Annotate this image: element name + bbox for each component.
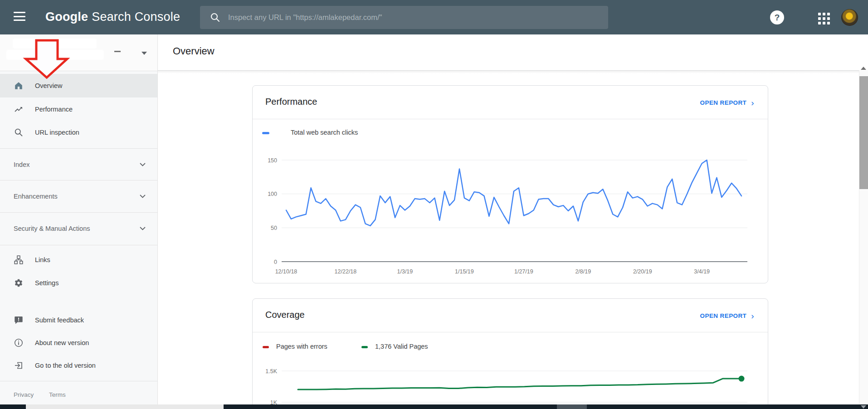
avatar[interactable]	[841, 9, 858, 26]
horizontal-scrollbar-track[interactable]	[0, 404, 868, 409]
info-icon	[14, 338, 23, 347]
sidebar-item-label: Go to the old version	[35, 356, 96, 375]
coverage-card: Coverage OPEN REPORT› Pages with errors …	[252, 298, 768, 409]
sidebar-item-about-new-version[interactable]: About new version	[0, 334, 157, 352]
sidebar-item-submit-feedback[interactable]: Submit feedback	[0, 311, 157, 329]
chevron-down-icon	[140, 195, 146, 198]
sidebar-item-url-inspection[interactable]: URL inspection	[0, 121, 157, 144]
feedback-icon	[14, 316, 23, 325]
header-shadow	[158, 71, 859, 73]
svg-text:1/27/19: 1/27/19	[514, 268, 533, 275]
legal-links: Privacy Terms	[14, 391, 66, 398]
coverage-open-report-link[interactable]: OPEN REPORT›	[700, 311, 754, 321]
red-annotation-arrow-icon	[23, 39, 70, 80]
scroll-up-arrow-icon[interactable]	[861, 67, 866, 70]
search-icon	[14, 128, 23, 137]
svg-text:50: 50	[271, 225, 277, 231]
chevron-right-icon: ›	[751, 98, 754, 107]
performance-legend-label: Total web search clicks	[291, 129, 358, 136]
sidebar-item-go-to-old-version[interactable]: Go to the old version	[0, 356, 157, 375]
horizontal-scrollbar-thumb[interactable]	[26, 404, 224, 409]
url-inspect-searchbox[interactable]	[200, 6, 608, 29]
coverage-errors-legend-label: Pages with errors	[276, 343, 327, 350]
svg-text:1.5K: 1.5K	[266, 368, 278, 375]
sitemap-icon	[14, 255, 23, 264]
sidebar-section-label: Security & Manual Actions	[14, 213, 90, 244]
apps-grid-icon[interactable]	[817, 11, 831, 26]
sidebar-section-index[interactable]: Index	[0, 149, 157, 180]
coverage-line-chart[interactable]: 1.5K1K	[266, 361, 756, 409]
svg-text:1/15/19: 1/15/19	[455, 268, 474, 275]
terms-link[interactable]: Terms	[49, 391, 66, 398]
sidebar-item-settings[interactable]: Settings	[0, 274, 157, 292]
top-app-bar: GoogleSearch Console ?	[0, 0, 868, 34]
performance-card-header: Performance OPEN REPORT›	[253, 86, 768, 119]
redacted-property-dash	[114, 51, 121, 52]
sidebar-item-performance[interactable]: Performance	[0, 98, 157, 121]
performance-legend-dash	[262, 132, 269, 134]
chevron-down-icon	[140, 227, 146, 230]
sidebar-section-label: Enhancements	[14, 180, 58, 212]
svg-text:1/3/19: 1/3/19	[397, 268, 413, 275]
svg-text:2/8/19: 2/8/19	[575, 268, 591, 275]
coverage-card-title: Coverage	[265, 310, 305, 320]
svg-text:100: 100	[268, 191, 277, 197]
property-caret-icon[interactable]	[141, 52, 147, 55]
chevron-down-icon	[140, 163, 146, 166]
trending-up-icon	[14, 105, 23, 114]
home-icon	[14, 81, 23, 90]
main-header: Overview	[158, 34, 859, 70]
vertical-scrollbar-thumb[interactable]	[859, 76, 868, 189]
exit-icon	[14, 361, 23, 370]
coverage-valid-legend-label: 1,376 Valid Pages	[375, 343, 428, 350]
search-input[interactable]	[228, 6, 600, 29]
sidebar-item-label: Performance	[35, 98, 73, 121]
sidebar-item-links[interactable]: Links	[0, 251, 157, 269]
svg-text:12/22/18: 12/22/18	[335, 268, 357, 275]
horizontal-scrollbar-segment	[557, 404, 587, 409]
sidebar-item-label: Links	[35, 251, 50, 269]
help-icon[interactable]: ?	[770, 10, 784, 24]
performance-open-report-link[interactable]: OPEN REPORT›	[700, 98, 754, 108]
sidebar-item-label: Submit feedback	[35, 311, 84, 329]
page-title: Overview	[173, 45, 215, 57]
svg-text:150: 150	[268, 157, 277, 164]
logo-google-text: Google	[45, 10, 88, 24]
sidebar-section-security-manual-actions[interactable]: Security & Manual Actions	[0, 213, 157, 244]
privacy-link[interactable]: Privacy	[14, 391, 34, 398]
sidebar-item-label: Settings	[35, 274, 59, 292]
coverage-card-header: Coverage OPEN REPORT›	[253, 299, 768, 332]
gear-icon	[14, 278, 23, 287]
chevron-right-icon: ›	[751, 311, 754, 321]
performance-card: Performance OPEN REPORT› Total web searc…	[252, 85, 768, 283]
svg-text:3/4/19: 3/4/19	[694, 268, 710, 275]
performance-card-title: Performance	[265, 97, 317, 107]
sidebar-section-enhancements[interactable]: Enhancements	[0, 180, 157, 212]
sidebar-item-label: About new version	[35, 334, 89, 352]
coverage-valid-legend-dash	[361, 346, 368, 348]
sidebar-item-label: URL inspection	[35, 121, 79, 144]
search-icon	[210, 12, 220, 23]
logo-product-text: Search Console	[92, 10, 180, 24]
google-search-console-screen: GoogleSearch Console ? Over	[0, 0, 868, 409]
coverage-errors-legend-dash	[263, 346, 269, 348]
scroll-down-arrow-icon[interactable]	[861, 405, 866, 409]
app-logo: GoogleSearch Console	[45, 10, 180, 24]
performance-line-chart[interactable]: 15010050012/10/1812/22/181/3/191/15/191/…	[266, 155, 756, 277]
svg-text:12/10/18: 12/10/18	[275, 268, 297, 275]
menu-icon[interactable]	[14, 12, 25, 22]
sidebar: Overview Performance URL inspection Inde…	[0, 34, 158, 409]
svg-text:0: 0	[274, 259, 277, 265]
svg-text:2/20/19: 2/20/19	[633, 268, 652, 275]
sidebar-section-label: Index	[14, 149, 29, 180]
